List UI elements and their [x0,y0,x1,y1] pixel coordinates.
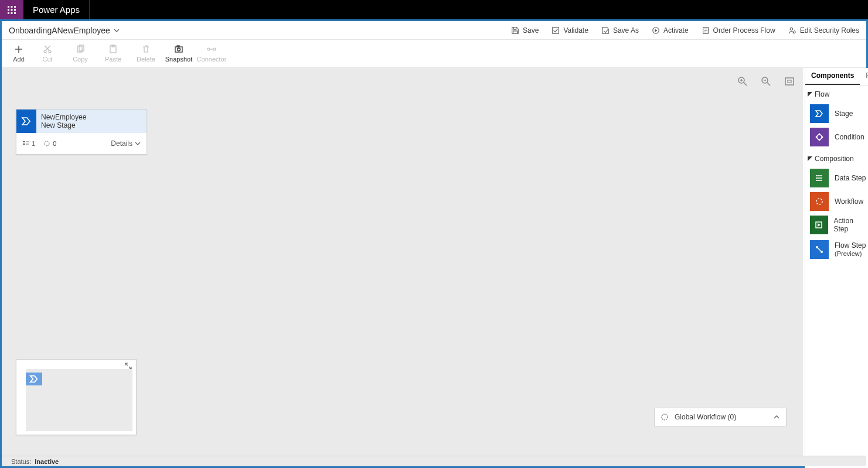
saveas-label: Save As [613,26,639,35]
cut-label: Cut [42,56,52,63]
snapshot-button[interactable]: Snapshot [162,45,195,63]
stage-body: 1 0 Details [16,133,147,154]
order-icon [702,26,710,35]
minimap-stage-node [26,373,42,385]
steps-icon [22,140,29,147]
svg-point-36 [816,199,822,204]
connector-button[interactable]: Connector [195,45,228,63]
section-flow-label: Flow [815,90,829,98]
condition-icon [810,128,829,146]
svg-point-35 [816,180,817,181]
stage-icon [810,104,829,123]
component-stage[interactable]: Stage [810,103,868,124]
stage-chevron-icon [16,110,36,133]
component-actionstep[interactable]: Action Step [810,214,868,235]
paste-icon [108,45,118,54]
camera-icon [174,45,183,54]
svg-point-31 [662,414,668,420]
component-condition[interactable]: Condition [810,127,868,148]
details-label: Details [111,139,132,148]
svg-rect-1 [11,6,13,8]
designer-canvas[interactable]: NewEmployee New Stage 1 0 Details [2,68,803,459]
workflow-comp-icon [810,192,829,211]
tab-properties[interactable]: Pro [860,68,868,85]
delete-button[interactable]: Delete [130,45,162,63]
save-button[interactable]: Save [511,26,539,35]
minimap-viewport [26,369,132,431]
collapse-triangle-icon [808,156,812,161]
svg-point-12 [790,28,792,30]
divider [89,0,90,19]
component-condition-label: Condition [835,133,864,141]
component-flowstep[interactable]: Flow Step (Preview) [810,238,868,261]
security-icon [788,26,796,35]
app-title: Power Apps [33,5,80,15]
zoom-in-icon [737,76,748,87]
stage-details-button[interactable]: Details [111,139,141,148]
components-panel: Components Pro Flow Stage Condition Comp… [805,68,868,468]
svg-rect-28 [23,141,25,142]
component-datastep[interactable]: Data Step [810,168,868,189]
svg-rect-29 [23,144,25,145]
status-label: Status: [11,458,31,465]
snapshot-label: Snapshot [165,56,192,63]
connector-icon [207,45,216,54]
cut-button[interactable]: Cut [31,45,64,63]
process-name-dropdown[interactable]: OnboardingANewEmployee [9,26,120,35]
plus-icon [14,45,23,54]
steps-value: 1 [32,140,35,147]
svg-rect-20 [175,47,182,52]
cut-icon [43,45,52,54]
app-launcher-button[interactable] [0,0,23,19]
stage-card[interactable]: NewEmployee New Stage 1 0 Details [16,109,147,155]
copy-button[interactable]: Copy [64,45,97,63]
svg-rect-0 [8,6,9,8]
status-bar: Status: Inactive [2,456,866,466]
validate-icon [552,26,560,35]
zoom-in-button[interactable] [737,76,748,89]
saveas-button[interactable]: Save As [601,26,639,35]
section-flow-header[interactable]: Flow [805,86,868,101]
actionstep-icon [810,216,828,234]
copy-icon [76,45,85,54]
chevron-down-icon [135,141,141,146]
stage-entity-label: NewEmployee [41,113,142,121]
component-workflow[interactable]: Workflow [810,191,868,212]
component-datastep-label: Data Step [835,174,866,182]
top-bar: Power Apps [0,0,868,19]
edit-security-button[interactable]: Edit Security Roles [788,26,859,35]
delete-label: Delete [137,56,155,63]
component-flowstep-sublabel: (Preview) [835,250,866,257]
svg-point-33 [816,175,817,176]
toolbar: Add Cut Copy Paste Delete Snapshot Conne… [2,40,866,68]
svg-rect-6 [8,12,9,14]
minimap[interactable] [16,359,137,435]
zoom-out-button[interactable] [761,76,771,89]
global-workflow-label: Global Workflow (0) [675,413,736,421]
section-composition-label: Composition [815,155,854,163]
save-label: Save [523,26,539,35]
activate-label: Activate [663,26,689,35]
validate-button[interactable]: Validate [552,26,588,35]
add-button[interactable]: Add [6,45,31,63]
section-composition-header[interactable]: Composition [805,150,868,165]
add-label: Add [13,56,25,63]
activate-button[interactable]: Activate [652,26,689,35]
tab-components[interactable]: Components [805,68,860,85]
validate-label: Validate [563,26,588,35]
status-value: Inactive [35,458,59,465]
save-icon [511,26,519,35]
paste-label: Paste [105,56,121,63]
svg-point-21 [178,48,181,51]
global-workflow-bar[interactable]: Global Workflow (0) [654,408,787,426]
svg-point-14 [44,50,46,53]
svg-rect-7 [11,12,13,14]
order-process-button[interactable]: Order Process Flow [702,26,775,35]
zoom-out-icon [761,76,771,87]
svg-rect-4 [11,9,13,11]
activate-icon [652,26,660,35]
stage-header-text: NewEmployee New Stage [36,110,147,133]
fit-button[interactable] [784,76,795,89]
paste-button[interactable]: Paste [97,45,130,63]
stage-header: NewEmployee New Stage [16,110,147,133]
